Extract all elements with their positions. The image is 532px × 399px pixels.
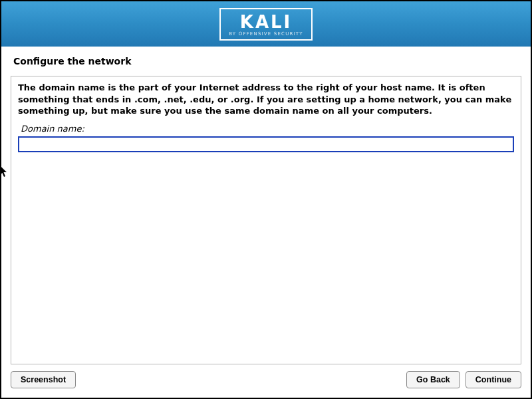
description-text: The domain name is the part of your Inte… [18, 82, 514, 117]
logo-subtext: BY OFFENSIVE SECURITY [229, 31, 303, 37]
installer-window: KALI BY OFFENSIVE SECURITY Configure the… [1, 1, 531, 398]
go-back-button[interactable]: Go Back [406, 371, 460, 388]
screenshot-button[interactable]: Screenshot [11, 371, 76, 388]
continue-button[interactable]: Continue [466, 371, 521, 388]
header-banner: KALI BY OFFENSIVE SECURITY [1, 1, 531, 47]
footer-bar: Screenshot Go Back Continue [1, 364, 531, 398]
content-panel: The domain name is the part of your Inte… [11, 76, 521, 364]
domain-label: Domain name: [21, 124, 514, 134]
page-title: Configure the network [1, 47, 531, 76]
domain-input[interactable] [18, 136, 514, 152]
kali-logo: KALI BY OFFENSIVE SECURITY [219, 8, 313, 41]
logo-text: KALI [229, 13, 303, 31]
